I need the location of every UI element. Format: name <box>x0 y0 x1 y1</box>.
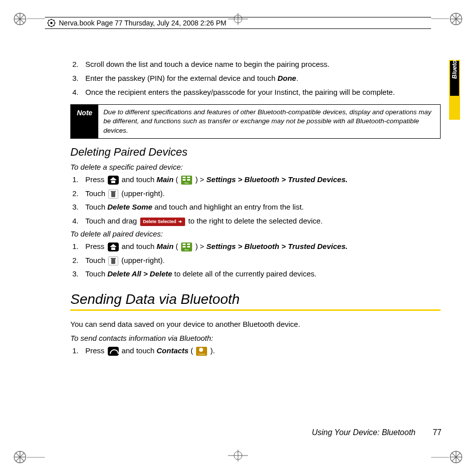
contacts-icon <box>196 347 207 356</box>
list-text: Touch (upper-right). <box>85 188 442 199</box>
phone-key-icon <box>108 347 119 356</box>
list-item: 2. Scroll down the list and touch a devi… <box>72 59 442 70</box>
trash-icon <box>108 256 118 265</box>
list-text: Enter the passkey (PIN) for the external… <box>85 73 442 84</box>
list-number: 2. <box>72 59 81 70</box>
list-number: 2. <box>72 255 81 266</box>
list-text: Touch Delete All > Delete to delete all … <box>85 268 442 279</box>
list-item: 2. Touch (upper-right). <box>72 255 442 266</box>
home-key-icon <box>108 176 119 185</box>
subheading-deleting: Deleting Paired Devices <box>70 146 442 159</box>
crop-line <box>27 18 45 19</box>
note-box: Note Due to different specifications and… <box>70 104 441 139</box>
reg-mark-icon <box>449 12 463 26</box>
crop-line <box>431 18 449 19</box>
lead-specific: To delete a specific paired device: <box>70 163 442 171</box>
crop-line <box>431 457 449 458</box>
list-text: Press and touch Main ( ) > Settings > Bl… <box>85 241 442 252</box>
delete-selected-chip-icon: Delete Selected <box>140 218 186 226</box>
send-intro-text: You can send data saved on your device t… <box>70 319 442 330</box>
center-cross-icon <box>228 450 248 463</box>
section-rule <box>70 309 441 311</box>
main-menu-icon <box>181 242 192 251</box>
main-menu-icon <box>181 176 192 185</box>
svg-line-34 <box>54 20 55 21</box>
list-text: Touch Delete Some and touch and highligh… <box>85 202 442 213</box>
list-item: 1. Press and touch Contacts ( ). <box>72 345 442 356</box>
list-number: 3. <box>72 202 81 213</box>
trash-icon <box>108 190 118 199</box>
book-header: Nerva.book Page 77 Thursday, July 24, 20… <box>45 17 431 29</box>
lead-send: To send contacts information via Bluetoo… <box>70 334 442 342</box>
list-item: 1. Press and touch Main ( ) > Settings >… <box>72 174 442 185</box>
list-item: 4. Once the recipient enters the passkey… <box>72 87 442 98</box>
list-text: Once the recipient enters the passkey/pa… <box>85 87 442 98</box>
list-item: 2. Touch (upper-right). <box>72 188 442 199</box>
list-text: Scroll down the list and touch a device … <box>85 59 442 70</box>
list-number: 1. <box>72 345 81 356</box>
list-number: 2. <box>72 188 81 199</box>
svg-line-33 <box>54 25 55 26</box>
list-number: 3. <box>72 268 81 279</box>
svg-line-32 <box>48 20 49 21</box>
footer-title: Using Your Device: Bluetooth <box>312 428 416 437</box>
section-tab: Bluetooth <box>449 60 460 120</box>
list-number: 4. <box>72 87 81 98</box>
list-number: 3. <box>72 73 81 84</box>
page-footer: Using Your Device: Bluetooth 77 <box>72 428 442 437</box>
list-item: 3. Touch Delete Some and touch and highl… <box>72 202 442 213</box>
list-item: 3. Enter the passkey (PIN) for the exter… <box>72 73 442 84</box>
list-item: 3. Touch Delete All > Delete to delete a… <box>72 268 442 279</box>
gear-icon <box>47 18 56 27</box>
list-number: 4. <box>72 216 81 227</box>
list-text: Press and touch Main ( ) > Settings > Bl… <box>85 174 442 185</box>
list-text: Touch and drag Delete Selected to the ri… <box>85 216 442 227</box>
heading-sending: Sending Data via Bluetooth <box>70 291 442 307</box>
section-tab-label: Bluetooth <box>451 51 458 79</box>
list-text: Touch (upper-right). <box>85 255 442 266</box>
svg-point-27 <box>50 22 53 24</box>
reg-mark-icon <box>13 450 27 464</box>
lead-all: To delete all paired devices: <box>70 230 442 238</box>
book-header-text: Nerva.book Page 77 Thursday, July 24, 20… <box>59 19 227 27</box>
crop-line <box>27 457 45 458</box>
reg-mark-icon <box>13 12 27 26</box>
list-item: 4. Touch and drag Delete Selected to the… <box>72 216 442 227</box>
list-number: 1. <box>72 174 81 185</box>
page-content: 2. Scroll down the list and touch a devi… <box>72 59 442 359</box>
list-item: 1. Press and touch Main ( ) > Settings >… <box>72 241 442 252</box>
list-number: 1. <box>72 241 81 252</box>
page-number: 77 <box>433 428 442 437</box>
note-text: Due to different specifications and feat… <box>98 105 440 138</box>
list-text: Press and touch Contacts ( ). <box>85 345 442 356</box>
note-label: Note <box>71 105 98 138</box>
home-key-icon <box>108 242 119 251</box>
svg-line-35 <box>48 25 49 26</box>
reg-mark-icon <box>449 450 463 464</box>
